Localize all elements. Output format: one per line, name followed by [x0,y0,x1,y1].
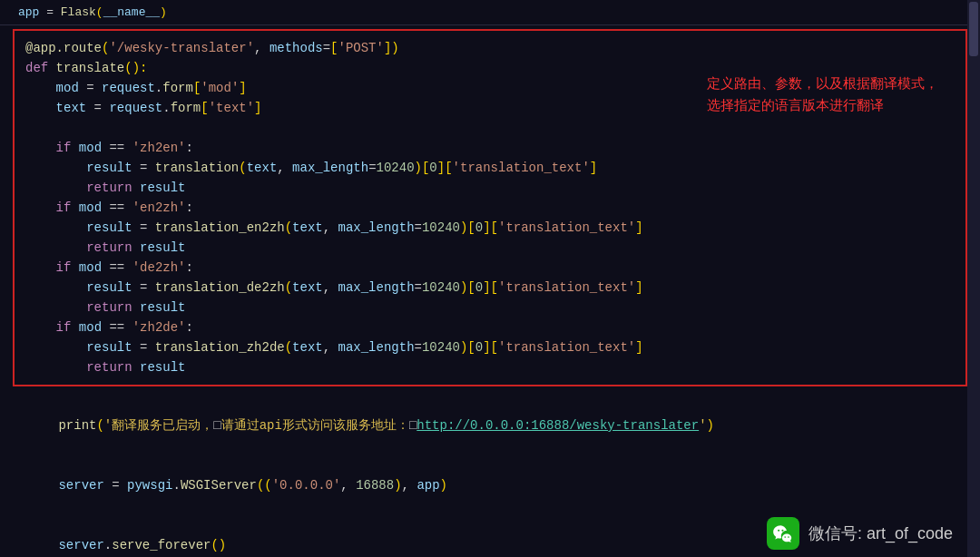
scrollbar[interactable] [967,0,980,557]
scrollbar-thumb[interactable] [969,2,978,56]
bottom-line-2: server = pywsgi.WSGIServer(('0.0.0.0', 1… [13,455,967,515]
highlighted-code-block: 定义路由、参数，以及根据翻译模式， 选择指定的语言版本进行翻译 @app.rou… [13,29,967,386]
code-line-16: return result [25,357,955,377]
code-line-9: result = translation_en2zh(text, max_len… [25,218,955,238]
code-line-5: if mod == 'zh2en': [25,138,955,158]
code-line-1: @app.route('/wesky-translater', methods=… [25,38,955,58]
code-line-8: if mod == 'en2zh': [25,198,955,218]
top-line-text: app = Flask(__name__) [18,5,167,19]
code-line-10: return result [25,238,955,258]
watermark: 微信号: art_of_code [767,517,953,550]
code-line-13: return result [25,298,955,318]
bottom-line-1: print('翻译服务已启动，□请通过api形式访问该服务地址：□http://… [13,396,967,455]
code-line-7: return result [25,178,955,198]
annotation: 定义路由、参数，以及根据翻译模式， 选择指定的语言版本进行翻译 [707,73,938,116]
wechat-icon [767,517,799,550]
annotation-line1: 定义路由、参数，以及根据翻译模式， [707,73,938,94]
code-line-14: if mod == 'zh2de': [25,318,955,337]
watermark-label: 微信号: art_of_code [808,523,953,544]
code-line-11: if mod == 'de2zh': [25,258,955,278]
code-line-6: result = translation(text, max_length=10… [25,158,955,178]
code-line-15: result = translation_zh2de(text, max_len… [25,337,955,357]
code-editor: app = Flask(__name__) 定义路由、参数，以及根据翻译模式， … [0,0,980,557]
code-line-12: result = translation_de2zh(text, max_len… [25,278,955,298]
code-line-blank1 [25,118,955,138]
annotation-line2: 选择指定的语言版本进行翻译 [707,94,938,116]
top-code-line: app = Flask(__name__) [0,0,980,25]
